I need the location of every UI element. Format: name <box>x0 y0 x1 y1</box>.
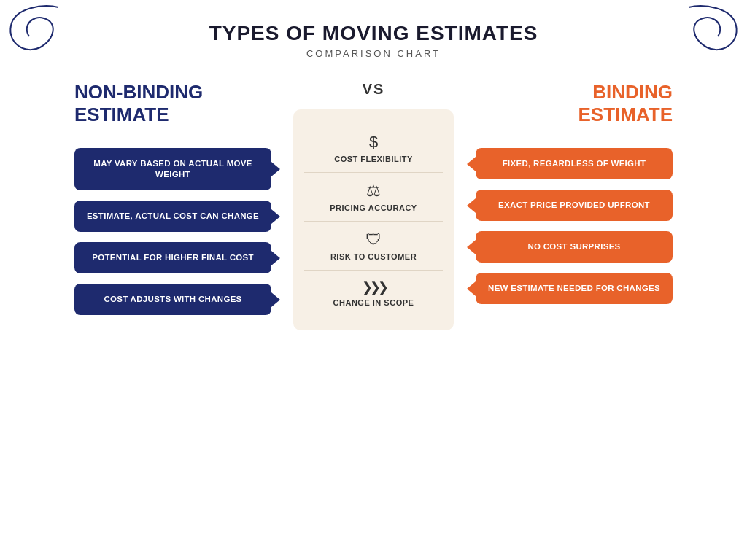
left-items: MAY VARY BASED ON ACTUAL MOVE WEIGHT EST… <box>74 148 271 315</box>
scale-icon: ⚖ <box>366 182 381 201</box>
left-column: NON-BINDING ESTIMATE MAY VARY BASED ON A… <box>74 81 279 315</box>
left-item-1: MAY VARY BASED ON ACTUAL MOVE WEIGHT <box>74 148 271 190</box>
center-row-3: 🛡 RISK TO CUSTOMER <box>304 222 443 271</box>
right-item-4: NEW ESTIMATE NEEDED FOR CHANGES <box>476 273 673 304</box>
right-heading: BINDING ESTIMATE <box>578 81 673 126</box>
center-label-4: CHANGE IN SCOPE <box>333 298 414 307</box>
center-row-1: $ COST FLEXIBILITY <box>304 124 443 173</box>
subtitle: COMPARISON CHART <box>209 48 538 59</box>
right-item-2: EXACT PRICE PROVIDED UPFRONT <box>476 190 673 221</box>
shield-icon: 🛡 <box>365 230 382 249</box>
right-items: FIXED, REGARDLESS OF WEIGHT EXACT PRICE … <box>476 148 673 304</box>
center-label-1: COST FLEXIBILITY <box>334 155 413 163</box>
dollar-icon: $ <box>369 133 378 152</box>
arrows-icon: ❯❯❯ <box>362 279 386 295</box>
main-title: TYPES OF MOVING ESTIMATES <box>209 22 538 45</box>
center-row-2: ⚖ PRICING ACCURACY <box>304 173 443 222</box>
right-item-3: NO COST SURPRISES <box>476 231 673 262</box>
left-item-2: ESTIMATE, ACTUAL COST CAN CHANGE <box>74 201 271 232</box>
left-heading: NON-BINDING ESTIMATE <box>74 81 203 126</box>
center-label-2: PRICING ACCURACY <box>330 203 417 212</box>
main-container: TYPES OF MOVING ESTIMATES COMPARISON CHA… <box>0 0 747 560</box>
title-section: TYPES OF MOVING ESTIMATES COMPARISON CHA… <box>209 22 538 59</box>
right-column: BINDING ESTIMATE FIXED, REGARDLESS OF WE… <box>468 81 673 304</box>
vs-label: VS <box>363 81 385 98</box>
center-box: $ COST FLEXIBILITY ⚖ PRICING ACCURACY 🛡 … <box>293 109 454 330</box>
right-item-1: FIXED, REGARDLESS OF WEIGHT <box>476 148 673 179</box>
left-item-3: POTENTIAL FOR HIGHER FINAL COST <box>74 242 271 273</box>
center-label-3: RISK TO CUSTOMER <box>330 252 417 261</box>
center-row-4: ❯❯❯ CHANGE IN SCOPE <box>304 271 443 316</box>
left-item-4: COST ADJUSTS WITH CHANGES <box>74 284 271 315</box>
comparison-area: NON-BINDING ESTIMATE MAY VARY BASED ON A… <box>22 81 725 330</box>
center-column: VS $ COST FLEXIBILITY ⚖ PRICING ACCURACY… <box>293 81 454 330</box>
